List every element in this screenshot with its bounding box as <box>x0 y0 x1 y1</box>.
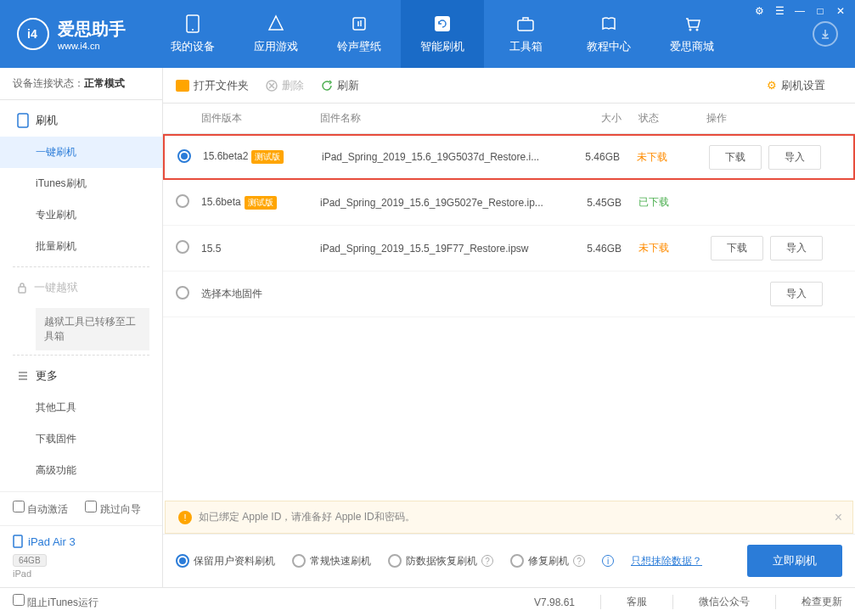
open-folder-button[interactable]: 打开文件夹 <box>176 78 249 93</box>
nav-tabs: 我的设备 应用游戏 铃声壁纸 智能刷机 工具箱 教程中心 爱思商城 <box>151 0 734 68</box>
sidebar-pro-flash[interactable]: 专业刷机 <box>0 199 162 231</box>
toolbox-icon <box>515 14 536 34</box>
col-version: 固件版本 <box>201 111 320 126</box>
nav-tab-tutorial[interactable]: 教程中心 <box>567 0 650 68</box>
nav-tab-toolbox[interactable]: 工具箱 <box>484 0 567 68</box>
radio-button[interactable] <box>176 194 189 208</box>
erase-link[interactable]: 只想抹除数据？ <box>631 554 702 568</box>
download-button[interactable]: 下载 <box>711 236 763 260</box>
device-model: iPad <box>13 568 149 579</box>
help-icon[interactable]: ? <box>481 555 493 567</box>
sidebar-itunes-flash[interactable]: iTunes刷机 <box>0 168 162 199</box>
content-area: 打开文件夹 删除 刷新 ⚙ 刷机设置 固件版本 固件名称 大小 状态 操作 <box>163 68 855 587</box>
flash-now-button[interactable]: 立即刷机 <box>747 545 842 577</box>
close-icon[interactable]: ✕ <box>831 3 850 19</box>
download-button[interactable]: 下载 <box>709 145 762 170</box>
svg-point-7 <box>696 29 699 31</box>
sidebar-batch-flash[interactable]: 批量刷机 <box>0 231 162 262</box>
skip-guide-checkbox[interactable]: 跳过向导 <box>85 501 140 517</box>
import-button[interactable]: 导入 <box>770 236 823 260</box>
sidebar-flash[interactable]: 刷机 <box>0 104 162 137</box>
minimize-icon[interactable]: — <box>790 3 809 19</box>
app-header: i4 爱思助手 www.i4.cn 我的设备 应用游戏 铃声壁纸 智能刷机 工具… <box>0 0 855 68</box>
col-action: 操作 <box>706 111 842 126</box>
beta-badge: 测试版 <box>251 150 284 164</box>
device-info: iPad Air 3 64GB iPad <box>0 525 162 587</box>
radio-button[interactable] <box>176 286 189 300</box>
delete-icon <box>266 80 278 92</box>
radio-button <box>510 554 524 568</box>
customer-service-link[interactable]: 客服 <box>600 595 647 609</box>
help-icon[interactable]: ? <box>573 555 585 567</box>
sidebar-advanced[interactable]: 高级功能 <box>0 455 162 486</box>
nav-tab-ringtone[interactable]: 铃声壁纸 <box>318 0 401 68</box>
app-name: 爱思助手 <box>58 18 126 41</box>
music-icon <box>349 14 369 34</box>
import-button[interactable]: 导入 <box>770 282 823 306</box>
table-row[interactable]: 15.5 iPad_Spring_2019_15.5_19F77_Restore… <box>163 226 855 272</box>
radio-button <box>388 554 402 568</box>
gear-icon: ⚙ <box>767 79 777 92</box>
import-button[interactable]: 导入 <box>768 145 821 170</box>
check-update-link[interactable]: 检查更新 <box>775 595 842 609</box>
download-button[interactable] <box>813 21 838 47</box>
storage-badge: 64GB <box>13 554 47 567</box>
nav-tab-apps[interactable]: 应用游戏 <box>234 0 318 68</box>
radio-button[interactable] <box>176 240 189 254</box>
sidebar-more[interactable]: 更多 <box>0 360 162 392</box>
jailbreak-note: 越狱工具已转移至工具箱 <box>36 308 149 350</box>
table-row[interactable]: 15.6beta2测试版 iPad_Spring_2019_15.6_19G50… <box>163 134 855 180</box>
options-bar: 保留用户资料刷机 常规快速刷机 防数据恢复刷机 ? 修复刷机 ? i 只想抹除数… <box>163 534 855 587</box>
sidebar-download-fw[interactable]: 下载固件 <box>0 423 162 455</box>
svg-point-2 <box>192 29 194 31</box>
option-keep-data[interactable]: 保留用户资料刷机 <box>176 554 275 568</box>
close-notice-button[interactable]: × <box>835 510 842 525</box>
flash-settings-button[interactable]: ⚙ 刷机设置 <box>767 78 825 93</box>
sidebar: 设备连接状态：正常模式 刷机 一键刷机 iTunes刷机 专业刷机 批量刷机 一… <box>0 68 163 587</box>
svg-point-6 <box>689 29 692 31</box>
table-row[interactable]: 15.6beta测试版 iPad_Spring_2019_15.6_19G502… <box>163 180 855 226</box>
refresh-icon <box>432 14 453 34</box>
window-controls: ⚙ ☰ — □ ✕ <box>750 3 850 19</box>
svg-rect-5 <box>518 20 533 31</box>
option-repair[interactable]: 修复刷机 ? <box>510 554 585 568</box>
auto-activate-checkbox[interactable]: 自动激活 <box>13 501 68 517</box>
nav-tab-flash[interactable]: 智能刷机 <box>401 0 484 68</box>
refresh-button[interactable]: 刷新 <box>321 78 359 93</box>
checkbox-row: 自动激活 跳过向导 <box>0 492 162 525</box>
ipad-icon <box>13 535 23 548</box>
svg-rect-9 <box>19 287 25 293</box>
option-normal[interactable]: 常规快速刷机 <box>292 554 371 568</box>
delete-button[interactable]: 删除 <box>266 78 304 93</box>
logo-icon: i4 <box>17 18 49 50</box>
table-header: 固件版本 固件名称 大小 状态 操作 <box>163 104 855 134</box>
svg-text:i4: i4 <box>27 27 37 41</box>
sidebar-oneclick-flash[interactable]: 一键刷机 <box>0 137 162 168</box>
svg-rect-4 <box>435 16 450 31</box>
device-name: iPad Air 3 <box>13 535 149 548</box>
logo-area: i4 爱思助手 www.i4.cn <box>0 18 143 51</box>
nav-tab-device[interactable]: 我的设备 <box>151 0 234 68</box>
option-anti-loss[interactable]: 防数据恢复刷机 ? <box>388 554 493 568</box>
sidebar-other-tools[interactable]: 其他工具 <box>0 392 162 423</box>
refresh-icon <box>321 80 333 92</box>
menu-icon[interactable]: ☰ <box>770 3 789 19</box>
toolbar: 打开文件夹 删除 刷新 ⚙ 刷机设置 <box>163 68 855 104</box>
radio-button <box>176 554 189 568</box>
maximize-icon[interactable]: □ <box>811 3 830 19</box>
block-itunes-checkbox[interactable]: 阻止iTunes运行 <box>13 594 98 610</box>
book-icon <box>599 14 619 34</box>
version-label: V7.98.61 <box>534 596 575 608</box>
phone-icon <box>17 113 29 128</box>
footer: 阻止iTunes运行 V7.98.61 客服 微信公众号 检查更新 <box>0 587 855 616</box>
wechat-link[interactable]: 微信公众号 <box>672 595 750 609</box>
radio-button[interactable] <box>177 149 191 163</box>
menu-icon <box>17 370 29 382</box>
settings-icon[interactable]: ⚙ <box>750 3 768 19</box>
svg-rect-3 <box>353 18 365 30</box>
lock-icon <box>17 282 27 294</box>
table-body: 15.6beta2测试版 iPad_Spring_2019_15.6_19G50… <box>163 134 855 501</box>
cart-icon <box>682 14 702 34</box>
nav-tab-store[interactable]: 爱思商城 <box>650 0 734 68</box>
table-row[interactable]: 选择本地固件 导入 <box>163 272 855 317</box>
